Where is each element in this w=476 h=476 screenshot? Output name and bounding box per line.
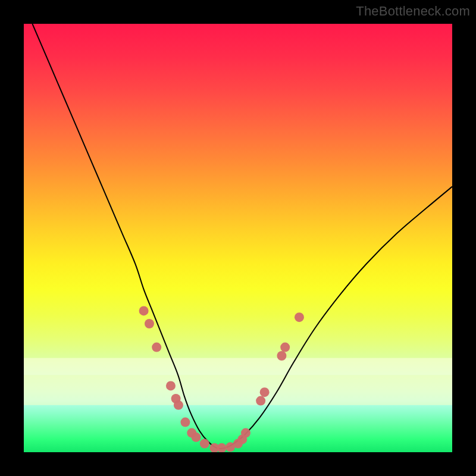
data-marker	[152, 343, 161, 352]
data-marker	[260, 387, 270, 397]
data-marker	[241, 428, 250, 438]
highlight-band	[24, 358, 452, 375]
data-marker	[217, 443, 227, 452]
highlight-bands	[24, 358, 452, 405]
data-marker	[166, 381, 176, 390]
data-marker	[180, 418, 190, 427]
data-marker	[139, 306, 149, 315]
data-marker	[280, 343, 290, 352]
highlight-band	[24, 375, 452, 405]
chart-svg	[24, 24, 452, 452]
data-marker	[191, 433, 201, 442]
data-marker	[256, 396, 265, 406]
plot-area	[24, 24, 452, 452]
data-marker	[174, 400, 183, 410]
watermark-text: TheBottleneck.com	[356, 4, 470, 19]
data-marker	[295, 312, 304, 322]
data-marker	[200, 439, 209, 449]
chart-frame: TheBottleneck.com	[0, 0, 476, 476]
data-marker	[277, 351, 286, 361]
data-marker	[145, 319, 154, 328]
